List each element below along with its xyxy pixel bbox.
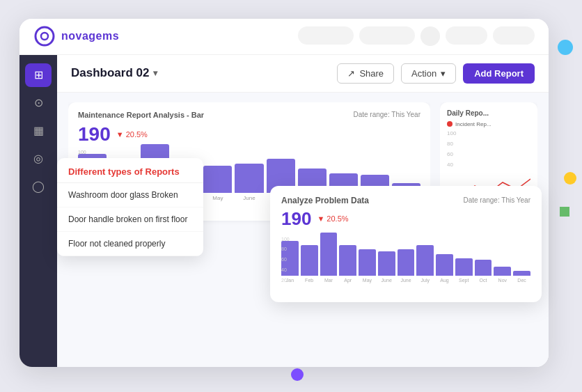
dash-header: Dashboard 02 ▾ ↗ Share Action ▾ Add Repo… (57, 55, 549, 93)
svg-point-1 (41, 33, 48, 40)
analyze-bar (359, 249, 376, 275)
analyze-bar-label: June (382, 278, 392, 283)
analyze-bar-group: Aug (436, 254, 453, 283)
nav-pill-4[interactable] (493, 26, 535, 45)
top-nav: novagems (19, 19, 549, 55)
analyze-bar (513, 271, 530, 275)
nav-pills (298, 26, 535, 46)
dropdown-item-1[interactable]: Washroom door glass Broken (57, 183, 203, 207)
analyze-bar-label: Aug (440, 278, 448, 283)
dropdown-item-2[interactable]: Door handle broken on first floor (57, 207, 203, 232)
grid-icon: ⊞ (34, 68, 43, 81)
dashboard-title-text: Dashboard 02 (71, 66, 149, 80)
bar-group: June (235, 164, 263, 201)
analyze-bar-group: Dec (513, 271, 530, 282)
analyze-title: Analyze Problem Data (281, 196, 369, 205)
analyze-bar (475, 260, 492, 276)
sidebar-item-user[interactable]: ◯ (25, 175, 52, 198)
deco-green-square (560, 207, 569, 217)
legend-label-incident: Incident Rep... (455, 121, 491, 127)
nav-pill-3[interactable] (446, 26, 487, 45)
deco-purple-circle (291, 368, 304, 381)
analyze-bar-label: Mar (324, 278, 333, 283)
analyze-bar-group: Feb (301, 245, 318, 282)
maintenance-chart-title: Maintenance Report Analysis - Bar (78, 111, 204, 119)
analyze-header: Analyze Problem Data Date range: This Ye… (281, 196, 530, 205)
daily-chart-title: Daily Repo... (447, 109, 530, 117)
bar-month-label: May (212, 195, 223, 201)
analyze-bar (455, 258, 473, 276)
location-icon: ◎ (33, 152, 43, 165)
mini-y-label: 100 (447, 130, 530, 136)
mini-y-label: 60 (447, 151, 530, 157)
analyze-bar-group: Oct (475, 260, 492, 283)
nav-pill-2[interactable] (359, 26, 415, 45)
analyze-bar (320, 233, 338, 276)
analyze-trend: ▼ 20.5% (317, 214, 348, 223)
analyze-bar-label: June (400, 278, 411, 283)
analyze-y-axis-label: 100 (281, 237, 290, 242)
outer-wrapper: novagems ⊞ ⊙ ▦ (19, 19, 563, 374)
analyze-bar-label: Oct (480, 278, 487, 283)
sidebar-item-dashboard[interactable]: ⊞ (25, 63, 52, 87)
analyze-y-axis-label: 60 (281, 257, 290, 262)
action-button[interactable]: Action ▾ (401, 63, 456, 84)
logo-icon (33, 25, 56, 47)
brand-name: novagems (61, 30, 119, 42)
action-chevron-icon: ▾ (441, 68, 446, 79)
analyze-date-range: Date range: This Year (463, 196, 530, 204)
bar-month-label: June (243, 195, 255, 201)
legend-dot-incident (447, 121, 453, 127)
analyze-bar-group: Sept (455, 258, 473, 283)
analyze-bar-group: July (416, 245, 434, 282)
bar-group: May (203, 166, 232, 201)
maintenance-date-range: Date range: This Year (353, 111, 420, 118)
dashboard-title: Dashboard 02 ▾ (71, 66, 157, 80)
analyze-bar (436, 254, 453, 276)
analyze-bar-group: May (359, 249, 376, 282)
deco-blue-circle (558, 40, 573, 55)
dropdown-panel: Different types of Reports Washroom door… (57, 158, 203, 256)
analyze-number-row: 190 ▼ 20.5% (281, 208, 530, 230)
analyze-bar-label: Feb (305, 278, 313, 283)
sidebar-item-location[interactable]: ◎ (25, 147, 52, 171)
chevron-down-icon[interactable]: ▾ (153, 68, 157, 78)
big-number-row: 190 ▼ 20.5% (78, 125, 420, 144)
bar (235, 164, 263, 193)
dropdown-item-3[interactable]: Floor not cleaned properly (57, 232, 203, 256)
analyze-bar-group: Nov (494, 267, 511, 282)
dropdown-header: Different types of Reports (57, 158, 203, 183)
svg-point-0 (36, 27, 54, 45)
sidebar-item-calendar[interactable]: ▦ (25, 119, 52, 143)
analyze-y-axis-label: 80 (281, 246, 290, 251)
sidebar-item-binoculars[interactable]: ⊙ (25, 91, 52, 115)
user-icon: ◯ (32, 180, 45, 193)
add-report-button[interactable]: Add Report (463, 63, 535, 84)
nav-circle-1[interactable] (420, 26, 440, 46)
share-icon: ↗ (347, 68, 355, 79)
analyze-bar-group: June (398, 249, 415, 282)
mini-y-label: 40 (447, 162, 530, 168)
binoculars-icon: ⊙ (34, 96, 43, 109)
analyze-bar (301, 245, 318, 275)
logo-area: novagems (33, 25, 145, 47)
nav-pill-1[interactable] (298, 26, 354, 45)
analyze-bar-chart: 10080604020 JanFebMarAprMayJuneJuneJulyA… (281, 237, 530, 292)
maintenance-total: 190 (78, 125, 111, 144)
y-axis-label: 100 (78, 150, 86, 155)
analyze-total: 190 (281, 208, 311, 230)
calendar-icon: ▦ (33, 124, 44, 137)
analyze-y-axis-label: 20 (281, 278, 290, 283)
analyze-bar-group: Apr (339, 245, 356, 282)
maintenance-trend: ▼ 20.5% (116, 130, 148, 139)
header-actions: ↗ Share Action ▾ Add Report (337, 63, 535, 84)
analyze-y-axis-label: 40 (281, 267, 290, 272)
share-button[interactable]: ↗ Share (337, 63, 394, 84)
analyze-bar-label: Dec (517, 278, 526, 283)
analyze-bar-label: Apr (344, 278, 352, 283)
sidebar: ⊞ ⊙ ▦ ◎ ◯ (19, 55, 57, 367)
mini-y-labels: 100806040 (447, 130, 530, 168)
analyze-bar (398, 249, 415, 275)
analyze-bar (378, 251, 395, 275)
deco-yellow-circle (564, 172, 576, 185)
